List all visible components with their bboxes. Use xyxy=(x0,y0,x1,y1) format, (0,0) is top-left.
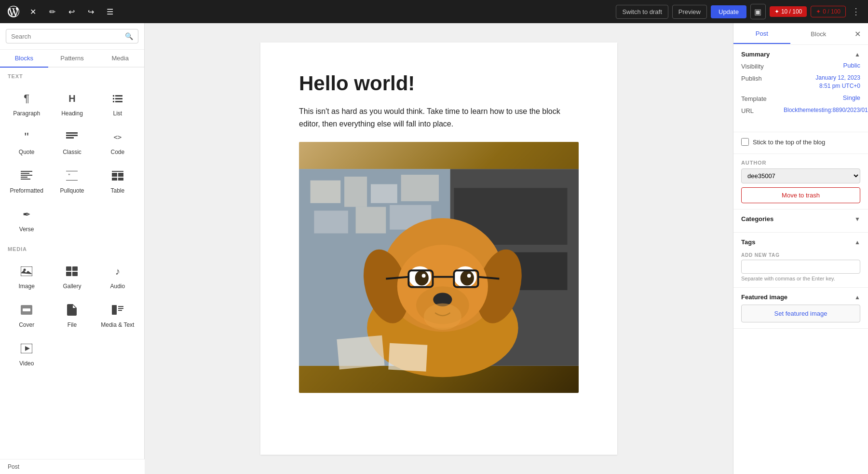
stick-checkbox[interactable] xyxy=(741,138,749,146)
svg-rect-12 xyxy=(21,177,27,178)
move-trash-button[interactable]: Move to trash xyxy=(741,187,860,203)
redo-icon: ↪ xyxy=(88,7,94,16)
post-title[interactable]: Hello world! xyxy=(299,71,579,96)
svg-point-58 xyxy=(461,270,474,285)
tags-header: Tags ▲ xyxy=(741,238,860,246)
set-featured-image-button[interactable]: Set featured image xyxy=(741,305,860,322)
svg-marker-35 xyxy=(25,346,30,351)
tab-blocks[interactable]: Blocks xyxy=(0,50,48,68)
pullquote-icon: " xyxy=(63,167,81,184)
sidebar-close-button[interactable]: ✕ xyxy=(849,25,866,42)
author-section-label: AUTHOR xyxy=(741,160,860,168)
post-image[interactable] xyxy=(299,142,579,393)
topbar: ✕ ✏ ↩ ↪ ☰ Switch to draft Preview Update… xyxy=(0,0,868,23)
summary-title: Summary xyxy=(741,51,770,58)
svg-rect-43 xyxy=(314,210,348,233)
visibility-value[interactable]: Public xyxy=(784,62,860,69)
block-pullquote[interactable]: " Pullquote xyxy=(49,161,95,200)
author-select[interactable]: dee35007 xyxy=(741,168,860,183)
list-icon: ☰ xyxy=(107,7,113,16)
block-verse[interactable]: ✒ Verse xyxy=(4,200,49,238)
template-value[interactable]: Single xyxy=(784,94,860,101)
tags-title: Tags xyxy=(741,238,755,246)
paragraph-label: Paragraph xyxy=(13,110,40,117)
summary-chevron-icon[interactable]: ▲ xyxy=(854,51,860,58)
text-blocks-grid: ¶ Paragraph H Heading List " Quote xyxy=(0,82,144,240)
classic-label: Classic xyxy=(63,149,81,155)
visibility-label: Visibility xyxy=(741,62,780,70)
svg-rect-25 xyxy=(72,266,78,271)
undo-button[interactable]: ↩ xyxy=(64,4,79,19)
block-media-text[interactable]: Media & Text xyxy=(95,295,140,334)
post-body[interactable]: This isn't as hard as you would think. T… xyxy=(299,105,579,130)
media-blocks-grid: Image Gallery ♪ Audio Cover xyxy=(0,255,144,375)
edit-icon: ✏ xyxy=(49,7,55,16)
featured-image-header: Featured image ▲ xyxy=(741,293,860,301)
block-audio[interactable]: ♪ Audio xyxy=(95,257,140,295)
block-list[interactable]: List xyxy=(95,84,140,123)
publish-value[interactable]: January 12, 2023 8:51 pm UTC+0 xyxy=(784,74,860,90)
tags-chevron-icon[interactable]: ▲ xyxy=(854,239,860,246)
search-section: 🔍 xyxy=(0,23,144,50)
image-icon xyxy=(18,263,35,280)
ai-count-button[interactable]: ✦ 10 / 100 xyxy=(770,6,807,17)
search-icon: 🔍 xyxy=(125,32,133,40)
classic-icon xyxy=(63,128,81,146)
svg-rect-33 xyxy=(118,310,122,311)
wp-logo xyxy=(6,4,21,19)
svg-rect-24 xyxy=(66,266,71,271)
svg-point-59 xyxy=(422,274,426,278)
preview-button[interactable]: Preview xyxy=(672,5,707,19)
featured-image-chevron-icon[interactable]: ▲ xyxy=(854,294,860,301)
visibility-row: Visibility Public xyxy=(741,62,860,70)
block-video[interactable]: Video xyxy=(4,334,49,373)
featured-image-title: Featured image xyxy=(741,293,787,301)
svg-rect-13 xyxy=(21,179,30,180)
more-options-button[interactable]: ⋮ xyxy=(850,4,862,19)
block-code[interactable]: <> Code xyxy=(95,123,140,161)
publish-row: Publish January 12, 2023 8:51 pm UTC+0 xyxy=(741,74,860,90)
block-file[interactable]: File xyxy=(49,295,95,334)
url-label: URL xyxy=(741,106,780,114)
block-classic[interactable]: Classic xyxy=(49,123,95,161)
svg-rect-21 xyxy=(118,178,123,181)
block-paragraph[interactable]: ¶ Paragraph xyxy=(4,84,49,123)
edit-button[interactable]: ✏ xyxy=(44,4,60,19)
block-image[interactable]: Image xyxy=(4,257,49,295)
tab-patterns[interactable]: Patterns xyxy=(48,50,96,67)
list-view-button[interactable]: ☰ xyxy=(102,4,118,19)
search-input[interactable] xyxy=(11,33,121,40)
block-quote[interactable]: " Quote xyxy=(4,123,49,161)
ai-count2-button[interactable]: ✦ 0 / 100 xyxy=(811,6,846,17)
view-mode-button[interactable]: ▣ xyxy=(750,4,766,19)
svg-point-66 xyxy=(424,303,461,330)
block-gallery[interactable]: Gallery xyxy=(49,257,95,295)
block-cover[interactable]: Cover xyxy=(4,295,49,334)
tab-block[interactable]: Block xyxy=(790,25,847,43)
tab-post[interactable]: Post xyxy=(733,24,790,44)
url-value[interactable]: Blockthemetesting:8890/2023/01/hello-wor… xyxy=(784,106,868,123)
update-button[interactable]: Update xyxy=(711,5,746,18)
table-label: Table xyxy=(110,187,124,194)
redo-button[interactable]: ↪ xyxy=(83,4,98,19)
tag-input[interactable] xyxy=(741,260,860,274)
verse-icon: ✒ xyxy=(18,206,35,223)
url-row: URL Blockthemetesting:8890/2023/01/hello… xyxy=(741,106,860,123)
preformatted-label: Preformatted xyxy=(10,187,43,194)
categories-chevron-icon[interactable]: ▼ xyxy=(854,216,860,223)
close-button[interactable]: ✕ xyxy=(25,4,41,19)
block-table[interactable]: Table xyxy=(95,161,140,200)
block-preformatted[interactable]: Preformatted xyxy=(4,161,49,200)
block-heading[interactable]: H Heading xyxy=(49,84,95,123)
stick-label[interactable]: Stick to the top of the blog xyxy=(753,139,825,146)
svg-rect-41 xyxy=(371,184,397,203)
bottom-bar: Post xyxy=(0,459,145,474)
heading-icon: H xyxy=(63,90,81,107)
quote-icon: " xyxy=(18,128,35,146)
tab-media[interactable]: Media xyxy=(96,50,144,67)
svg-rect-4 xyxy=(113,101,114,102)
template-label: Template xyxy=(741,94,780,102)
file-label: File xyxy=(68,321,77,328)
switch-draft-button[interactable]: Switch to draft xyxy=(616,5,668,19)
search-wrap[interactable]: 🔍 xyxy=(6,29,138,43)
